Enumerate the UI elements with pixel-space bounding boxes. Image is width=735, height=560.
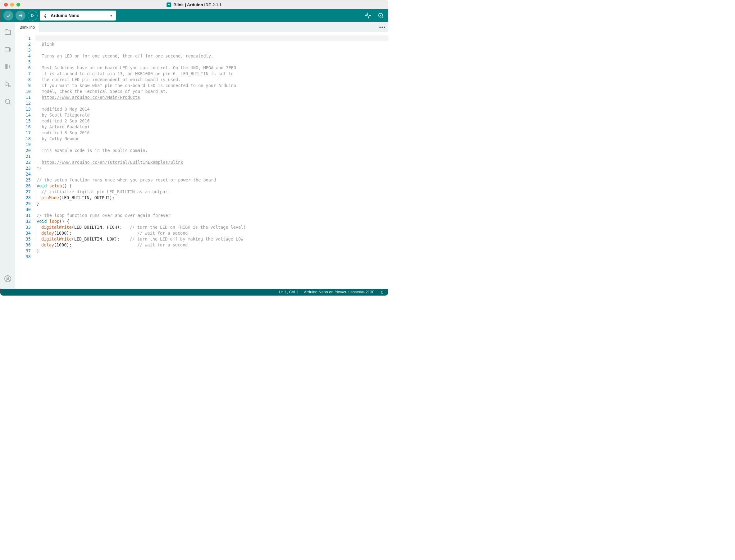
play-bug-icon <box>30 13 35 18</box>
library-icon <box>4 63 11 71</box>
board-port-status[interactable]: Arduino Nano on /dev/cu.usbserial-2130 <box>304 290 374 294</box>
verify-button[interactable] <box>3 11 13 21</box>
status-bar: Ln 1, Col 1 Arduino Nano on /dev/cu.usbs… <box>0 289 388 296</box>
user-icon <box>4 275 11 282</box>
window-titlebar: ∞ Blink | Arduino IDE 2.1.1 <box>0 0 388 9</box>
svg-point-8 <box>7 277 9 279</box>
debug-panel-button[interactable] <box>3 80 12 89</box>
usb-icon <box>43 13 48 18</box>
library-manager-button[interactable] <box>3 62 12 71</box>
svg-rect-4 <box>5 48 9 52</box>
serial-monitor-button[interactable] <box>377 11 385 20</box>
svg-point-3 <box>380 15 381 16</box>
play-gear-icon <box>4 80 11 88</box>
board-selector-label: Arduino Nano <box>51 13 107 18</box>
current-line-highlight <box>35 35 388 41</box>
debug-button[interactable] <box>28 11 38 21</box>
window-maximize-button[interactable] <box>16 3 20 7</box>
arduino-app-icon: ∞ <box>167 2 171 7</box>
pulse-icon <box>365 12 371 19</box>
window-minimize-button[interactable] <box>10 3 14 7</box>
board-selector[interactable]: Arduino Nano ▼ <box>40 11 116 21</box>
window-title: ∞ Blink | Arduino IDE 2.1.1 <box>167 2 222 7</box>
window-close-button[interactable] <box>4 3 8 7</box>
magnify-dot-icon <box>377 12 384 19</box>
code-lines: /* Blink Turns an LED on for one second,… <box>37 35 385 260</box>
search-button[interactable] <box>3 97 12 106</box>
svg-point-1 <box>45 17 46 18</box>
notifications-button[interactable] <box>380 290 384 294</box>
search-icon <box>4 98 11 105</box>
folder-icon <box>4 28 11 36</box>
bell-icon <box>380 290 384 294</box>
upload-button[interactable] <box>16 11 25 21</box>
board-icon <box>4 46 11 53</box>
tab-blink[interactable]: Blink.ino <box>15 22 39 32</box>
svg-point-6 <box>5 99 10 103</box>
boards-manager-button[interactable] <box>3 45 12 54</box>
code-area[interactable]: /* Blink Turns an LED on for one second,… <box>35 32 388 289</box>
text-cursor <box>37 35 37 41</box>
activity-bar <box>0 22 15 289</box>
window-title-text: Blink | Arduino IDE 2.1.1 <box>173 2 222 7</box>
editor-tabbar: Blink.ino ••• <box>15 22 388 32</box>
toolbar: Arduino Nano ▼ <box>0 9 388 22</box>
ellipsis-icon: ••• <box>379 24 386 30</box>
tab-label: Blink.ino <box>20 25 35 30</box>
tab-overflow-button[interactable]: ••• <box>377 22 388 32</box>
svg-point-5 <box>8 85 10 87</box>
chevron-down-icon: ▼ <box>110 14 113 17</box>
cursor-position[interactable]: Ln 1, Col 1 <box>279 290 299 294</box>
traffic-lights <box>4 3 20 7</box>
check-icon <box>6 13 11 18</box>
serial-plotter-button[interactable] <box>364 11 372 20</box>
arrow-right-icon <box>18 13 23 18</box>
sketchbook-button[interactable] <box>3 28 12 36</box>
line-number-gutter: 1234567891011121314151617181920212223242… <box>15 32 35 289</box>
account-button[interactable] <box>3 274 12 283</box>
code-editor[interactable]: 1234567891011121314151617181920212223242… <box>15 32 388 289</box>
svg-point-0 <box>31 16 32 17</box>
